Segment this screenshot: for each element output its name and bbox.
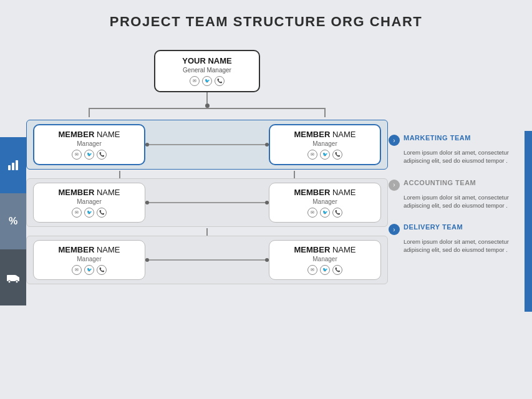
marketing-team-desc: Lorem ipsum dolor sit amet, consectetur … <box>389 148 520 165</box>
team-accounting: › ACCOUNTING TEAM Lorem ipsum dolor sit … <box>389 179 520 210</box>
org-rows: MEMBER NAME Manager ✉ 🐦 📞 MEMBER NAME Ma… <box>26 120 388 286</box>
team-accounting-header: › ACCOUNTING TEAM <box>389 179 520 191</box>
h-connector-2 <box>145 202 269 203</box>
member-node-2-right: MEMBER NAME Manager ✉ 🐦 📞 <box>269 183 381 223</box>
svg-rect-0 <box>8 165 11 170</box>
twitter-icon-2l: 🐦 <box>84 208 94 218</box>
phone-icon-2r: 📞 <box>332 208 342 218</box>
team-marketing: › MARKETING TEAM Lorem ipsum dolor sit a… <box>389 134 520 165</box>
phone-icon: 📞 <box>215 76 225 86</box>
v-line-left-1-2 <box>119 171 120 178</box>
twitter-icon-3r: 🐦 <box>320 265 330 275</box>
member-2-right-icons: ✉ 🐦 📞 <box>276 208 374 218</box>
member-node-3-right: MEMBER NAME Manager ✉ 🐦 📞 <box>269 240 381 280</box>
phone-icon-1l: 📞 <box>97 150 107 160</box>
phone-icon-2l: 📞 <box>97 208 107 218</box>
sidebar-icon-delivery <box>0 249 26 305</box>
delivery-arrow-icon: › <box>389 224 400 235</box>
marketing-arrow-icon: › <box>389 135 400 146</box>
branch-left-v <box>89 108 90 117</box>
email-icon-3l: ✉ <box>72 265 82 275</box>
svg-rect-2 <box>16 160 18 170</box>
v-line-left-2-3 <box>206 228 208 236</box>
member-3-left-icons: ✉ 🐦 📞 <box>40 265 138 275</box>
member-2-left-icons: ✉ 🐦 📞 <box>40 208 138 218</box>
member-2-right-name: MEMBER NAME <box>276 188 374 197</box>
branch-right-v <box>324 108 326 117</box>
org-row-1: MEMBER NAME Manager ✉ 🐦 📞 MEMBER NAME Ma… <box>26 120 388 170</box>
twitter-icon: 🐦 <box>202 76 212 86</box>
member-3-left-name: MEMBER NAME <box>40 245 138 254</box>
svg-point-6 <box>16 281 18 283</box>
org-row-3-content: MEMBER NAME Manager ✉ 🐦 📞 MEMBER NAME Ma… <box>33 240 381 280</box>
svg-point-5 <box>8 281 11 283</box>
left-sidebar: % <box>0 137 26 305</box>
top-v-line <box>206 92 208 103</box>
member-node-1-right: MEMBER NAME Manager ✉ 🐦 📞 <box>269 124 381 165</box>
delivery-team-desc: Lorem ipsum dolor sit amet, consectetur … <box>389 238 520 254</box>
accounting-arrow-icon: › <box>389 180 400 191</box>
member-3-right-name: MEMBER NAME <box>276 245 374 254</box>
twitter-icon-1l: 🐦 <box>84 150 94 160</box>
top-h-branch <box>89 108 326 117</box>
v-connector-1-2 <box>26 171 388 178</box>
chart-container: YOUR NAME General Manager ✉ 🐦 📞 <box>26 50 388 286</box>
twitter-icon-2r: 🐦 <box>320 208 330 218</box>
branch-right <box>324 108 326 117</box>
org-row-3: MEMBER NAME Manager ✉ 🐦 📞 MEMBER NAME Ma… <box>26 236 388 284</box>
top-node-role: General Manager <box>163 67 251 74</box>
sidebar-icon-chart <box>0 137 26 193</box>
twitter-icon-3l: 🐦 <box>84 265 94 275</box>
email-icon-2l: ✉ <box>72 208 82 218</box>
phone-icon-3l: 📞 <box>97 265 107 275</box>
top-section: YOUR NAME General Manager ✉ 🐦 📞 <box>89 50 326 117</box>
top-node: YOUR NAME General Manager ✉ 🐦 📞 <box>154 50 260 92</box>
member-1-left-name: MEMBER NAME <box>41 130 138 139</box>
member-node-3-left: MEMBER NAME Manager ✉ 🐦 📞 <box>33 240 145 280</box>
svg-rect-1 <box>12 163 14 170</box>
member-2-left-name: MEMBER NAME <box>40 188 138 197</box>
email-icon-2r: ✉ <box>307 208 317 218</box>
phone-icon-3r: 📞 <box>332 265 342 275</box>
v-connector-2-3 <box>26 228 388 236</box>
page-title: PROJECT TEAM STRUCTURE ORG CHART <box>0 0 532 36</box>
email-icon-1l: ✉ <box>72 150 82 160</box>
member-2-left-role: Manager <box>40 198 138 205</box>
org-row-1-content: MEMBER NAME Manager ✉ 🐦 📞 MEMBER NAME Ma… <box>33 124 381 165</box>
org-row-2: MEMBER NAME Manager ✉ 🐦 📞 MEMBER NAME Ma… <box>26 178 388 227</box>
top-node-name: YOUR NAME <box>163 56 251 65</box>
sidebar-icon-percent: % <box>0 193 26 249</box>
member-1-right-name: MEMBER NAME <box>276 130 374 139</box>
member-1-left-icons: ✉ 🐦 📞 <box>41 150 138 160</box>
member-node-2-left: MEMBER NAME Manager ✉ 🐦 📞 <box>33 183 145 223</box>
right-panel: › MARKETING TEAM Lorem ipsum dolor sit a… <box>389 134 520 268</box>
branch-left <box>89 108 90 117</box>
top-node-icons: ✉ 🐦 📞 <box>163 76 251 86</box>
h-connector-1 <box>145 144 269 145</box>
right-sidebar-bar <box>525 131 532 312</box>
org-row-2-content: MEMBER NAME Manager ✉ 🐦 📞 MEMBER NAME Ma… <box>33 183 381 223</box>
member-3-left-role: Manager <box>40 256 138 262</box>
marketing-team-name: MARKETING TEAM <box>404 134 471 142</box>
member-1-right-icons: ✉ 🐦 📞 <box>276 150 374 160</box>
member-2-right-role: Manager <box>276 198 374 205</box>
phone-icon-1r: 📞 <box>332 150 342 160</box>
team-marketing-header: › MARKETING TEAM <box>389 134 520 146</box>
email-icon-1r: ✉ <box>307 150 317 160</box>
twitter-icon-1r: 🐦 <box>320 150 330 160</box>
member-node-1-left: MEMBER NAME Manager ✉ 🐦 📞 <box>33 124 145 165</box>
svg-marker-4 <box>16 275 19 281</box>
member-3-right-icons: ✉ 🐦 📞 <box>276 265 374 275</box>
member-3-right-role: Manager <box>276 256 374 262</box>
email-icon: ✉ <box>190 76 200 86</box>
member-1-left-role: Manager <box>41 140 138 147</box>
percent-symbol: % <box>9 216 17 227</box>
top-branch-dot <box>205 103 210 108</box>
team-delivery: › DELIVERY TEAM Lorem ipsum dolor sit am… <box>389 223 520 254</box>
team-delivery-header: › DELIVERY TEAM <box>389 223 520 235</box>
svg-rect-3 <box>7 275 16 281</box>
h-connector-3 <box>145 259 269 261</box>
email-icon-3r: ✉ <box>307 265 317 275</box>
accounting-team-desc: Lorem ipsum dolor sit amet, consectetur … <box>389 193 520 210</box>
delivery-team-name: DELIVERY TEAM <box>404 223 463 231</box>
